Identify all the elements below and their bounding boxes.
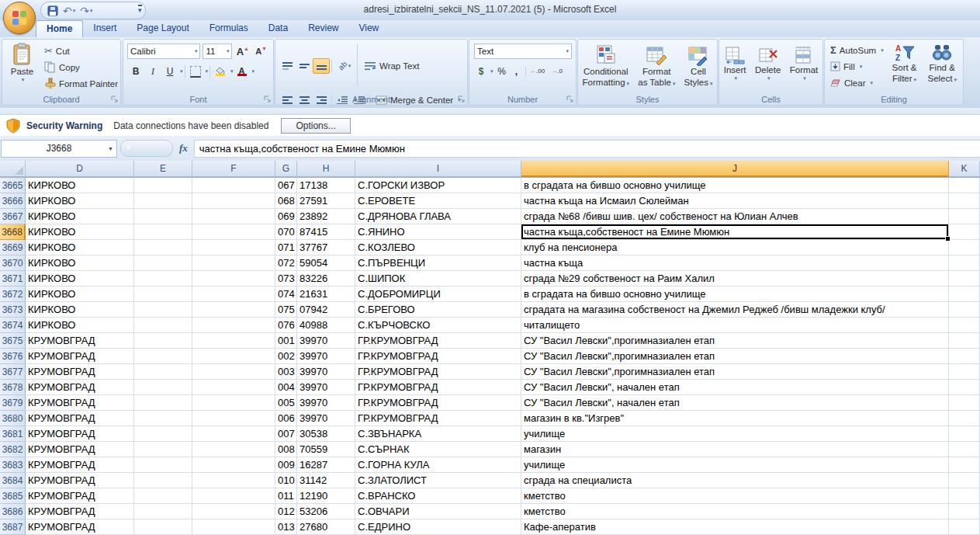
cell-K3667[interactable] (949, 209, 980, 224)
font-color-dropdown-arrow[interactable]: ▾ (252, 68, 255, 75)
tab-view[interactable]: View (348, 20, 389, 37)
cell-E3683[interactable] (134, 457, 192, 473)
row-header-3668[interactable]: 3668 (0, 224, 26, 240)
cell-G3671[interactable]: 073 (275, 271, 297, 287)
insert-dropdown-arrow[interactable]: ▾ (734, 75, 737, 82)
cell-G3672[interactable]: 074 (275, 287, 297, 302)
cell-H3675[interactable]: 39970 (297, 333, 355, 349)
cell-J3667[interactable]: сграда №68 /бивш шив. цех/ собственост н… (521, 209, 949, 224)
cell-H3679[interactable]: 39970 (297, 395, 355, 411)
cell-J3681[interactable]: училище (521, 426, 949, 442)
cell-I3678[interactable]: ГР.КРУМОВГРАД (355, 380, 521, 395)
row-header-3669[interactable]: 3669 (0, 240, 26, 255)
cell-I3673[interactable]: С.БРЕГОВО (355, 302, 521, 318)
cell-K3676[interactable] (949, 349, 980, 364)
row-header-3680[interactable]: 3680 (0, 411, 26, 426)
delete-cells-button[interactable]: Delete ▾ (752, 43, 784, 93)
cell-F3681[interactable] (192, 426, 275, 442)
cell-F3669[interactable] (192, 240, 275, 255)
cell-J3685[interactable]: кметство (521, 488, 949, 504)
cell-D3687[interactable]: КРУМОВГРАД (26, 519, 134, 535)
row-header-3683[interactable]: 3683 (0, 457, 26, 473)
cell-H3667[interactable]: 23892 (297, 209, 355, 224)
cell-F3666[interactable] (192, 193, 275, 209)
cell-K3678[interactable] (949, 380, 980, 395)
save-button[interactable] (47, 5, 58, 16)
cell-G3667[interactable]: 069 (275, 209, 297, 224)
cell-I3686[interactable]: С.ОВЧАРИ (355, 504, 521, 519)
cell-K3687[interactable] (949, 519, 980, 535)
font-size-combo[interactable]: 11▾ (203, 43, 232, 59)
cell-I3671[interactable]: С.ШИПОК (355, 271, 521, 287)
percent-button[interactable]: % (494, 64, 510, 79)
decrease-decimal-button[interactable]: →.0 (548, 64, 566, 79)
cell-H3678[interactable]: 39970 (297, 380, 355, 395)
cell-E3687[interactable] (134, 519, 192, 535)
fill-color-button[interactable] (212, 64, 229, 79)
office-button[interactable] (3, 2, 36, 34)
cell-G3681[interactable]: 007 (275, 426, 297, 442)
cell-F3665[interactable] (192, 178, 275, 193)
cell-F3686[interactable] (192, 504, 275, 519)
cell-H3669[interactable]: 37767 (297, 240, 355, 255)
format-cells-dropdown-arrow[interactable]: ▾ (803, 75, 806, 82)
cell-H3676[interactable]: 39970 (297, 349, 355, 364)
cell-I3674[interactable]: С.КЪРЧОВСКО (355, 318, 521, 333)
cell-H3673[interactable]: 07942 (297, 302, 355, 318)
cell-J3683[interactable]: училище (521, 457, 949, 473)
cell-F3670[interactable] (192, 255, 275, 271)
cell-K3669[interactable] (949, 240, 980, 255)
conditional-formatting-button[interactable]: Conditional Formatting▾ (580, 41, 632, 93)
cell-I3680[interactable]: ГР.КРУМОВГРАД (355, 411, 521, 426)
cell-G3678[interactable]: 004 (275, 380, 297, 395)
cell-H3684[interactable]: 31142 (297, 473, 355, 488)
cell-K3681[interactable] (949, 426, 980, 442)
row-header-3667[interactable]: 3667 (0, 209, 26, 224)
cell-D3668[interactable]: КИРКОВО (26, 224, 134, 240)
cell-J3679[interactable]: СУ "Васил Левски", начален етап (521, 395, 949, 411)
cell-G3676[interactable]: 002 (275, 349, 297, 364)
cell-F3668[interactable] (192, 224, 275, 240)
cell-H3683[interactable]: 16287 (297, 457, 355, 473)
cell-J3668[interactable]: частна къща,собственост на Емине Мюмюн (521, 224, 949, 240)
cell-H3666[interactable]: 27591 (297, 193, 355, 209)
column-header-I[interactable]: I (355, 161, 521, 177)
cell-K3673[interactable] (949, 302, 980, 318)
cell-I3685[interactable]: С.ВРАНСКО (355, 488, 521, 504)
cell-I3670[interactable]: С.ПЪРВЕНЦИ (355, 255, 521, 271)
tab-page-layout[interactable]: Page Layout (126, 20, 199, 37)
cell-F3683[interactable] (192, 457, 275, 473)
cell-F3673[interactable] (192, 302, 275, 318)
cell-J3670[interactable]: частна къща (521, 255, 949, 271)
cut-button[interactable]: ✂ Cut (42, 43, 120, 59)
cell-I3679[interactable]: ГР.КРУМОВГРАД (355, 395, 521, 411)
cell-E3682[interactable] (134, 442, 192, 457)
cell-I3683[interactable]: С.ГОРНА КУЛА (355, 457, 521, 473)
cell-G3668[interactable]: 070 (275, 224, 297, 240)
borders-dropdown-arrow[interactable]: ▾ (206, 68, 209, 75)
cell-E3669[interactable] (134, 240, 192, 255)
cell-G3675[interactable]: 001 (275, 333, 297, 349)
clipboard-dialog-launcher[interactable] (111, 96, 119, 103)
cell-J3678[interactable]: СУ "Васил Левски", начален етап (521, 380, 949, 395)
cell-I3667[interactable]: С.ДРЯНОВА ГЛАВА (355, 209, 521, 224)
cell-F3687[interactable] (192, 519, 275, 535)
cell-I3681[interactable]: С.ЗВЪНАРКА (355, 426, 521, 442)
copy-button[interactable]: Copy (42, 59, 120, 75)
align-middle-button[interactable] (296, 58, 313, 74)
cell-G3682[interactable]: 008 (275, 442, 297, 457)
cell-J3684[interactable]: сграда на специалиста (521, 473, 949, 488)
cell-D3675[interactable]: КРУМОВГРАД (26, 333, 134, 349)
row-header-3684[interactable]: 3684 (0, 473, 26, 488)
cell-I3682[interactable]: С.СЪРНАК (355, 442, 521, 457)
cell-D3665[interactable]: КИРКОВО (26, 178, 134, 193)
cell-I3665[interactable]: С.ГОРСКИ ИЗВОР (355, 178, 521, 193)
cell-F3675[interactable] (192, 333, 275, 349)
cell-J3671[interactable]: сграда №29 собственост на Раим Халил (521, 271, 949, 287)
cell-J3680[interactable]: магазин в кв."Изгрев" (521, 411, 949, 426)
cell-E3675[interactable] (134, 333, 192, 349)
row-header-3672[interactable]: 3672 (0, 287, 26, 302)
cell-K3674[interactable] (949, 318, 980, 333)
comma-button[interactable]: , (511, 64, 523, 79)
tab-formulas[interactable]: Formulas (199, 20, 258, 37)
